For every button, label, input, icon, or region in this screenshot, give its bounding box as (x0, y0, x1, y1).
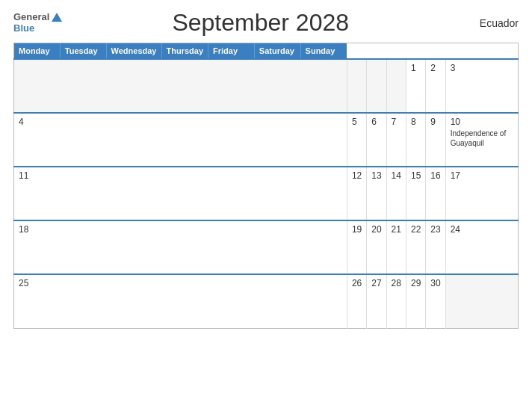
weekday-header-sunday: Sunday (301, 43, 347, 58)
calendar-cell (14, 59, 347, 113)
calendar-cell: 15 (406, 167, 425, 220)
day-number: 18 (19, 224, 342, 235)
calendar-cell: 29 (406, 274, 425, 328)
calendar-cell: 16 (426, 167, 445, 220)
calendar-row-0: 123 (14, 59, 519, 113)
calendar-cell: 1 (406, 59, 425, 113)
logo-blue-text: Blue (13, 23, 34, 34)
day-number: 27 (371, 278, 381, 288)
calendar-cell: 19 (347, 220, 366, 274)
day-number: 24 (451, 224, 513, 235)
day-number: 7 (392, 117, 401, 127)
day-number: 5 (352, 117, 362, 127)
calendar-cell: 14 (386, 167, 406, 220)
country-label: Ecuador (459, 17, 519, 29)
calendar-cell (347, 59, 366, 113)
day-number: 12 (352, 170, 362, 181)
day-number: 23 (430, 224, 440, 235)
weekday-header-monday: Monday (14, 43, 61, 58)
calendar-page: General Blue September 2028 Ecuador Mond… (0, 0, 532, 411)
calendar-title: September 2028 (62, 9, 459, 37)
calendar-cell: 11 (14, 167, 347, 220)
calendar-cell: 12 (347, 167, 366, 220)
day-number: 19 (352, 224, 362, 235)
calendar-row-3: 18192021222324 (14, 220, 519, 274)
day-number: 8 (411, 117, 421, 127)
day-number: 20 (371, 224, 381, 235)
day-number: 14 (392, 170, 401, 181)
day-number: 6 (371, 117, 381, 127)
calendar-cell: 30 (426, 274, 445, 328)
logo-triangle-icon (52, 13, 62, 22)
calendar-row-4: 252627282930 (14, 274, 519, 328)
calendar-cell: 2 (426, 59, 445, 113)
day-number: 4 (19, 117, 342, 127)
day-number: 17 (451, 170, 513, 181)
calendar-cell: 8 (406, 113, 425, 167)
holiday-label: Independence of Guayaquil (451, 129, 513, 148)
calendar-table: MondayTuesdayWednesdayThursdayFridaySatu… (13, 43, 519, 329)
weekday-header-tuesday: Tuesday (61, 43, 107, 58)
weekday-header-friday: Friday (208, 43, 255, 58)
day-number: 28 (392, 278, 401, 288)
day-number: 21 (392, 224, 401, 235)
day-number: 15 (411, 170, 421, 181)
day-number: 10 (451, 117, 513, 127)
calendar-cell: 25 (14, 274, 347, 328)
logo-general-text: General (13, 12, 49, 22)
calendar-row-1: 45678910Independence of Guayaquil (14, 113, 519, 167)
day-number: 11 (19, 170, 342, 181)
day-number: 30 (430, 278, 440, 288)
calendar-cell: 22 (406, 220, 425, 274)
calendar-cell (386, 59, 406, 113)
day-number: 29 (411, 278, 421, 288)
day-number: 26 (352, 278, 362, 288)
logo: General Blue (13, 12, 62, 34)
calendar-cell: 28 (386, 274, 406, 328)
calendar-cell: 17 (445, 167, 518, 220)
day-number: 13 (371, 170, 381, 181)
day-number: 2 (430, 63, 440, 73)
calendar-row-2: 11121314151617 (14, 167, 519, 220)
calendar-cell: 18 (14, 220, 347, 274)
calendar-cell: 10Independence of Guayaquil (445, 113, 518, 167)
calendar-cell: 7 (386, 113, 406, 167)
day-number: 1 (411, 63, 421, 73)
calendar-cell: 21 (386, 220, 406, 274)
weekday-header-thursday: Thursday (162, 43, 209, 58)
header: General Blue September 2028 Ecuador (13, 9, 519, 37)
day-number: 16 (430, 170, 440, 181)
calendar-cell: 26 (347, 274, 366, 328)
calendar-cell (367, 59, 386, 113)
calendar-body: 12345678910Independence of Guayaquil1112… (14, 59, 519, 328)
calendar-cell: 9 (426, 113, 445, 167)
calendar-cell: 13 (367, 167, 386, 220)
calendar-cell: 4 (14, 113, 347, 167)
calendar-cell: 24 (445, 220, 518, 274)
weekday-header-wednesday: Wednesday (107, 43, 162, 58)
day-number: 9 (430, 117, 440, 127)
calendar-cell: 6 (367, 113, 386, 167)
day-number: 22 (411, 224, 421, 235)
calendar-cell: 5 (347, 113, 366, 167)
calendar-cell: 23 (426, 220, 445, 274)
calendar-cell (445, 274, 518, 328)
calendar-header-row: MondayTuesdayWednesdayThursdayFridaySatu… (14, 43, 347, 58)
weekday-header-saturday: Saturday (255, 43, 301, 58)
calendar-cell: 3 (445, 59, 518, 113)
calendar-cell: 27 (367, 274, 386, 328)
day-number: 25 (19, 278, 342, 288)
calendar-cell: 20 (367, 220, 386, 274)
day-number: 3 (451, 63, 513, 73)
